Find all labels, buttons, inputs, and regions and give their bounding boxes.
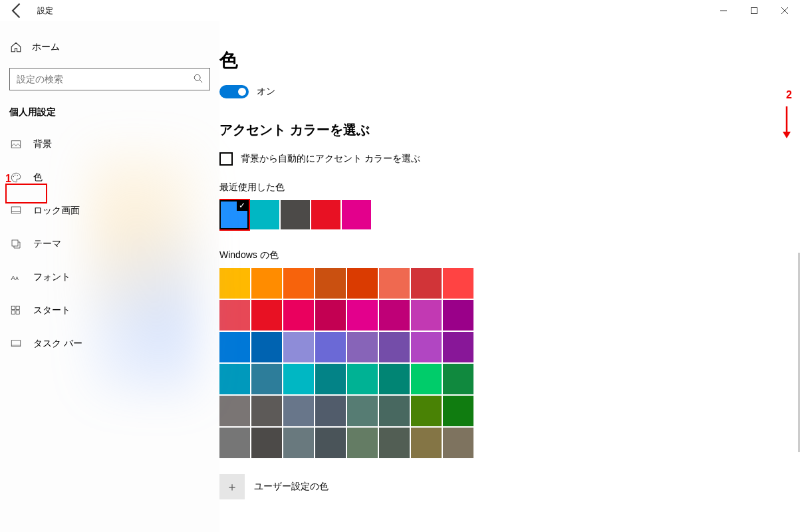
- svg-rect-18: [16, 311, 19, 314]
- recent-color-swatch[interactable]: [281, 200, 310, 229]
- recent-color-swatch[interactable]: [250, 200, 279, 229]
- toggle-label: オン: [257, 86, 275, 98]
- color-swatch[interactable]: [315, 364, 346, 394]
- svg-point-8: [15, 175, 16, 176]
- color-swatch[interactable]: [315, 332, 346, 362]
- windows-colors-grid: [219, 268, 800, 458]
- auto-accent-label: 背景から自動的にアクセント カラーを選ぶ: [241, 153, 420, 165]
- color-swatch[interactable]: [219, 428, 250, 458]
- color-swatch[interactable]: [315, 268, 346, 299]
- plus-icon: ＋: [226, 479, 238, 495]
- color-swatch[interactable]: [443, 428, 473, 458]
- color-swatch[interactable]: [443, 364, 473, 394]
- palette-icon: [9, 172, 23, 184]
- sidebar-item-background[interactable]: 背景: [0, 128, 219, 161]
- color-swatch[interactable]: [251, 396, 282, 426]
- color-swatch[interactable]: [219, 332, 250, 362]
- color-swatch[interactable]: [219, 364, 250, 394]
- color-swatch[interactable]: [411, 300, 442, 331]
- color-swatch[interactable]: [347, 332, 378, 362]
- color-swatch[interactable]: [443, 268, 473, 299]
- sidebar: ホーム 個人用設定 背景 色 ロッ: [0, 21, 219, 532]
- sidebar-item-taskbar[interactable]: タスク バー: [0, 327, 219, 360]
- sidebar-item-fonts[interactable]: AA フォント: [0, 261, 219, 294]
- svg-rect-17: [11, 311, 15, 314]
- auto-accent-checkbox[interactable]: [219, 152, 233, 166]
- minimize-button[interactable]: [708, 0, 739, 21]
- color-swatch[interactable]: [379, 268, 410, 299]
- color-swatch[interactable]: [347, 300, 378, 331]
- sidebar-item-label: フォント: [33, 271, 70, 283]
- search-icon: [194, 74, 203, 85]
- color-swatch[interactable]: [443, 396, 473, 426]
- search-input-wrapper[interactable]: [9, 68, 210, 90]
- color-swatch[interactable]: [283, 396, 314, 426]
- close-button[interactable]: [769, 0, 800, 21]
- sidebar-home[interactable]: ホーム: [0, 36, 219, 59]
- svg-rect-12: [12, 240, 18, 246]
- scrollbar[interactable]: [796, 253, 800, 492]
- svg-point-9: [17, 175, 19, 176]
- color-swatch[interactable]: [347, 428, 378, 458]
- color-swatch[interactable]: [283, 364, 314, 394]
- color-swatch[interactable]: [411, 364, 442, 394]
- color-swatch[interactable]: [251, 268, 282, 299]
- sidebar-item-label: 色: [33, 172, 43, 184]
- color-swatch[interactable]: [251, 428, 282, 458]
- transparency-toggle[interactable]: [219, 85, 249, 98]
- sidebar-home-label: ホーム: [32, 41, 60, 53]
- theme-icon: [9, 238, 23, 250]
- color-swatch[interactable]: [443, 332, 473, 362]
- color-swatch[interactable]: [251, 300, 282, 331]
- color-swatch[interactable]: [347, 268, 378, 299]
- back-button[interactable]: [8, 1, 27, 20]
- picture-icon: [9, 138, 23, 150]
- svg-point-4: [194, 74, 200, 80]
- sidebar-section-title: 個人用設定: [0, 102, 219, 128]
- color-swatch[interactable]: [283, 332, 314, 362]
- home-icon: [9, 41, 23, 53]
- window-title: 設定: [37, 5, 53, 17]
- start-icon: [9, 305, 23, 317]
- custom-color-button[interactable]: ＋: [219, 474, 245, 499]
- sidebar-item-label: テーマ: [33, 238, 61, 250]
- annotation-2: 2: [786, 89, 792, 101]
- accent-heading: アクセント カラーを選ぶ: [219, 121, 800, 139]
- annotation-1-box: [5, 184, 47, 203]
- color-swatch[interactable]: [379, 428, 410, 458]
- color-swatch[interactable]: [315, 396, 346, 426]
- color-swatch[interactable]: [347, 364, 378, 394]
- color-swatch[interactable]: [251, 332, 282, 362]
- color-swatch[interactable]: [411, 268, 442, 299]
- sidebar-item-label: 背景: [33, 138, 52, 150]
- color-swatch[interactable]: [283, 300, 314, 331]
- color-swatch[interactable]: [219, 300, 250, 331]
- sidebar-item-start[interactable]: スタート: [0, 294, 219, 327]
- color-swatch[interactable]: [379, 332, 410, 362]
- search-input[interactable]: [17, 74, 194, 84]
- color-swatch[interactable]: [251, 364, 282, 394]
- svg-text:A: A: [15, 276, 19, 281]
- taskbar-icon: [9, 338, 23, 350]
- main-content: 色 オン アクセント カラーを選ぶ 背景から自動的にアクセント カラーを選ぶ 最…: [219, 21, 800, 532]
- color-swatch[interactable]: [379, 364, 410, 394]
- color-swatch[interactable]: [379, 300, 410, 331]
- svg-rect-6: [11, 141, 21, 148]
- color-swatch[interactable]: [315, 428, 346, 458]
- color-swatch[interactable]: [411, 332, 442, 362]
- sidebar-item-themes[interactable]: テーマ: [0, 227, 219, 261]
- color-swatch[interactable]: [283, 428, 314, 458]
- recent-color-swatch[interactable]: [311, 200, 340, 229]
- color-swatch[interactable]: [347, 396, 378, 426]
- color-swatch[interactable]: [443, 300, 473, 331]
- color-swatch[interactable]: [379, 396, 410, 426]
- color-swatch[interactable]: [283, 268, 314, 299]
- recent-color-swatch[interactable]: [342, 200, 371, 229]
- maximize-button[interactable]: [739, 0, 769, 21]
- color-swatch[interactable]: [411, 428, 442, 458]
- color-swatch[interactable]: [315, 300, 346, 331]
- color-swatch[interactable]: [219, 268, 250, 299]
- recent-colors-label: 最近使用した色: [219, 182, 800, 194]
- color-swatch[interactable]: [411, 396, 442, 426]
- color-swatch[interactable]: [219, 396, 250, 426]
